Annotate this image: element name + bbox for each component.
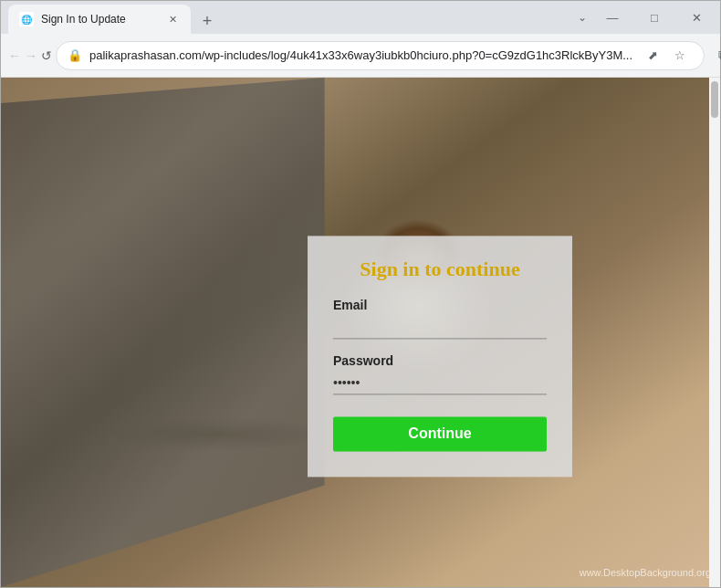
new-tab-button[interactable]: +	[194, 8, 220, 34]
bookmark-icon[interactable]: ☆	[667, 43, 693, 68]
toolbar-right: ⧉ 👤 ⋮	[708, 41, 721, 70]
tab-bar: 🌐 Sign In to Update ✕ + ⌄ — □ ✕	[1, 1, 720, 34]
forward-button[interactable]: →	[25, 41, 37, 70]
email-input[interactable]	[333, 316, 547, 339]
chevron-icon[interactable]: ⌄	[578, 11, 587, 24]
continue-button[interactable]: Continue	[333, 416, 547, 451]
login-title: Sign in to continue	[333, 257, 547, 281]
minimize-button[interactable]: —	[592, 1, 632, 34]
url-display: palikaprashasan.com/wp-includes/log/4uk4…	[89, 48, 632, 62]
tab-close-button[interactable]: ✕	[165, 12, 180, 26]
back-button[interactable]: ←	[8, 41, 21, 70]
omnibox-actions: ⬈ ☆	[640, 43, 693, 68]
omnibox[interactable]: 🔒 palikaprashasan.com/wp-includes/log/4u…	[56, 41, 705, 70]
watermark: www.DesktopBackground.org	[580, 567, 711, 578]
login-dialog: Sign in to continue Email Password Conti…	[308, 236, 572, 477]
active-tab[interactable]: 🌐 Sign In to Update ✕	[8, 5, 191, 34]
password-label: Password	[333, 353, 547, 368]
scrollbar[interactable]	[709, 78, 720, 587]
tab-title: Sign In to Update	[41, 13, 158, 26]
lock-icon: 🔒	[68, 48, 82, 62]
tab-favicon: 🌐	[19, 12, 34, 26]
share-icon[interactable]: ⬈	[640, 43, 665, 68]
email-label: Email	[333, 298, 547, 312]
extensions-button[interactable]: ⧉	[708, 41, 721, 70]
scrollbar-thumb[interactable]	[711, 81, 718, 118]
close-button[interactable]: ✕	[676, 1, 716, 34]
maximize-button[interactable]: □	[634, 1, 674, 34]
content-area: www.DesktopBackground.org Sign in to con…	[1, 78, 720, 587]
password-input[interactable]	[333, 372, 547, 394]
address-bar: ← → ↺ 🔒 palikaprashasan.com/wp-includes/…	[1, 34, 720, 78]
reload-button[interactable]: ↺	[41, 41, 52, 70]
browser-window: 🌐 Sign In to Update ✕ + ⌄ — □ ✕ ← → ↺ 🔒 …	[0, 0, 721, 588]
window-controls: ⌄ — □ ✕	[578, 1, 720, 34]
